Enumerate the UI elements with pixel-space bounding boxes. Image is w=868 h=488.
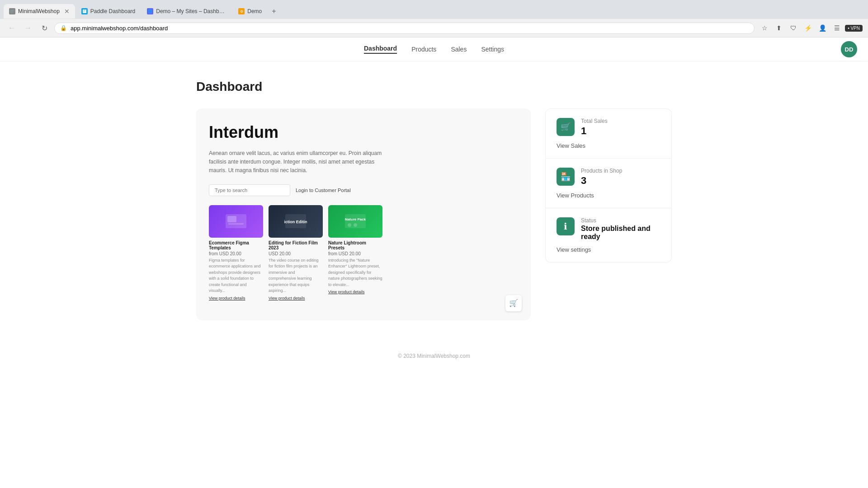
main-nav: Dashboard Products Sales Settings DD	[0, 38, 868, 61]
page-footer: © 2023 MinimalWebshop.com	[0, 338, 868, 374]
tab-favicon-2: 🅿	[81, 8, 88, 14]
footer-copyright: © 2023 MinimalWebshop.com	[398, 353, 470, 359]
stat-card-total-sales: 🛒 Total Sales 1 View Sales	[545, 108, 672, 159]
tab-title-2: Paddle Dashboard	[90, 8, 135, 14]
product-desc-3: Introducing the "Nature Enhancer" Lightr…	[328, 258, 382, 288]
svg-text:Fiction Editing: Fiction Editing	[284, 220, 307, 224]
svg-rect-1	[227, 216, 236, 222]
svg-rect-2	[228, 223, 244, 225]
shield-icon[interactable]: 🛡	[787, 22, 800, 34]
store-login-button[interactable]: Login to Customer Portal	[296, 188, 351, 193]
stat-header-sales: 🛒 Total Sales 1	[557, 118, 660, 137]
stat-info-sales: Total Sales 1	[581, 118, 608, 137]
stat-info-products: Products in Shop 3	[581, 168, 622, 187]
user-avatar[interactable]: DD	[841, 41, 857, 57]
stat-card-products: 🏪 Products in Shop 3 View Products	[545, 159, 672, 208]
stats-sidebar: 🛒 Total Sales 1 View Sales 🏪 Products in…	[545, 108, 672, 263]
browser-chrome: 🛒 MinimalWebshop ✕ 🅿 Paddle Dashboard 🌐 …	[0, 0, 868, 38]
product-desc-2: The video course on editing for fiction …	[269, 258, 323, 294]
view-products-link[interactable]: View Products	[557, 192, 660, 199]
url-input[interactable]	[71, 25, 749, 32]
stat-value-sales: 1	[581, 125, 608, 137]
nav-products[interactable]: Products	[411, 46, 436, 53]
nav-settings[interactable]: Settings	[481, 46, 504, 53]
stat-label-sales: Total Sales	[581, 118, 608, 124]
tab-title-3: Demo – My Sites – Dashboard – Carrd	[156, 8, 226, 14]
reload-button[interactable]: ↻	[38, 22, 51, 34]
svg-text:Nature Pack: Nature Pack	[345, 217, 366, 221]
app: Dashboard Products Sales Settings DD Das…	[0, 38, 868, 488]
sales-icon: 🛒	[557, 118, 575, 136]
bookmark-icon[interactable]: ☆	[758, 22, 771, 34]
product-name-3: Nature Lightroom Presets	[328, 240, 382, 250]
stat-header-products: 🏪 Products in Shop 3	[557, 168, 660, 187]
tab-carrd[interactable]: 🌐 Demo – My Sites – Dashboard – Carrd	[142, 5, 232, 18]
stat-label-status: Status	[581, 217, 660, 224]
stat-label-products: Products in Shop	[581, 168, 622, 174]
tab-minimalwebshop[interactable]: 🛒 MinimalWebshop ✕	[4, 4, 75, 19]
product-name-1: Ecommerce Figma Templates	[209, 240, 263, 250]
extensions-icon[interactable]: ⚡	[802, 22, 814, 34]
menu-icon[interactable]: ☰	[830, 22, 843, 34]
tab-title-4: Demo	[247, 8, 262, 14]
stat-info-status: Status Store published and ready	[581, 217, 660, 241]
back-button[interactable]: ←	[5, 22, 18, 34]
svg-point-7	[348, 223, 351, 227]
view-product-2-button[interactable]: View product details	[269, 296, 323, 300]
product-price-2: USD 20.00	[269, 251, 323, 256]
cart-button[interactable]: 🛒	[505, 295, 522, 311]
view-settings-link[interactable]: View settings	[557, 246, 660, 253]
vpn-badge: • VPN	[845, 25, 863, 32]
tab-title-1: MinimalWebshop	[18, 8, 60, 14]
browser-toolbar: ← → ↻ 🔒 ☆ ⬆ 🛡 ⚡ 👤 ☰ • VPN	[0, 19, 868, 37]
svg-point-8	[354, 223, 357, 227]
share-icon[interactable]: ⬆	[773, 22, 785, 34]
view-product-1-button[interactable]: View product details	[209, 296, 263, 300]
tab-paddle[interactable]: 🅿 Paddle Dashboard	[76, 5, 141, 18]
toolbar-actions: ☆ ⬆ 🛡 ⚡ 👤 ☰ • VPN	[758, 22, 863, 34]
profile-icon[interactable]: 👤	[816, 22, 829, 34]
view-sales-link[interactable]: View Sales	[557, 142, 660, 149]
stat-card-status: ℹ Status Store published and ready View …	[545, 208, 672, 263]
view-product-3-button[interactable]: View product details	[328, 290, 382, 294]
tab-favicon-1: 🛒	[9, 8, 15, 14]
product-item-1: Ecommerce Figma Templates from USD 20.00…	[209, 205, 263, 300]
tab-favicon-4: ⚙	[238, 8, 245, 14]
product-price-1: from USD 20.00	[209, 251, 263, 256]
forward-button[interactable]: →	[22, 22, 34, 34]
page-title: Dashboard	[196, 80, 672, 94]
products-icon: 🏪	[557, 168, 575, 186]
nav-dashboard[interactable]: Dashboard	[364, 45, 397, 54]
product-item-3: Nature Pack Nature Lightroom Presets fro…	[328, 205, 382, 300]
dashboard-layout: Interdum Aenean ornare velit lacus, ac v…	[196, 108, 672, 320]
new-tab-button[interactable]: +	[268, 4, 279, 19]
store-search-input[interactable]	[209, 184, 290, 196]
status-icon: ℹ	[557, 217, 575, 235]
product-thumb-3: Nature Pack	[328, 205, 382, 238]
store-title: Interdum	[209, 123, 518, 142]
tab-favicon-3: 🌐	[147, 8, 153, 14]
stat-header-status: ℹ Status Store published and ready	[557, 217, 660, 241]
tab-close-1[interactable]: ✕	[64, 8, 70, 15]
product-thumb-2: Fiction Editing	[269, 205, 323, 238]
stat-value-status: Store published and ready	[581, 225, 660, 241]
store-search-row: Login to Customer Portal	[209, 184, 518, 196]
product-thumb-1	[209, 205, 263, 238]
product-name-2: Editing for Fiction Film 2023	[269, 240, 323, 250]
product-price-3: from USD 20.00	[328, 251, 382, 256]
stat-value-products: 3	[581, 175, 622, 187]
page-content: Dashboard Interdum Aenean ornare velit l…	[185, 61, 683, 338]
tab-bar: 🛒 MinimalWebshop ✕ 🅿 Paddle Dashboard 🌐 …	[0, 0, 868, 19]
product-item-2: Fiction Editing Editing for Fiction Film…	[269, 205, 323, 300]
nav-links: Dashboard Products Sales Settings	[364, 45, 504, 54]
address-bar: 🔒	[54, 23, 755, 34]
product-desc-1: Figma templates for ecommerce applicatio…	[209, 258, 263, 294]
store-preview-card: Interdum Aenean ornare velit lacus, ac v…	[196, 108, 531, 320]
tab-demo[interactable]: ⚙ Demo	[233, 5, 267, 18]
products-grid: Ecommerce Figma Templates from USD 20.00…	[209, 205, 518, 300]
lock-icon: 🔒	[60, 25, 67, 31]
store-description: Aenean ornare velit lacus, ac varius eni…	[209, 149, 390, 175]
nav-sales[interactable]: Sales	[451, 46, 467, 53]
